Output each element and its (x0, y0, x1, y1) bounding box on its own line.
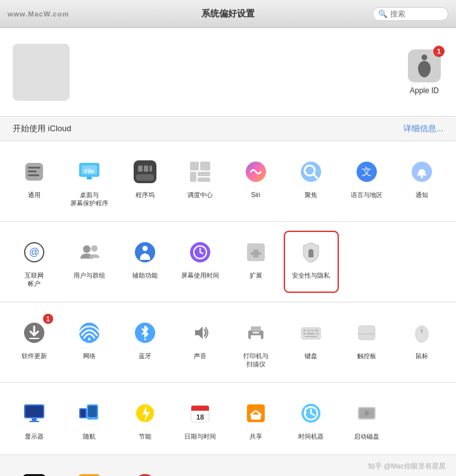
security-label: 安全性与隐私 (292, 271, 330, 280)
users-icon (73, 236, 106, 269)
svg-rect-16 (198, 172, 210, 176)
pref-item-mouse[interactable]: 鼠标 (396, 312, 449, 372)
trackpad-label: 触控板 (357, 352, 376, 360)
icloud-bar: 开始使用 iCloud 详细信息... (0, 117, 456, 141)
pref-item-sidecar[interactable]: 随航 (63, 393, 117, 444)
prefs-grid-1: 通用File桌面与 屏幕保护程序程序坞调度中心Siri聚焦文语言与地区通知 (8, 151, 448, 211)
pref-item-keyboard[interactable]: 键盘 (285, 312, 338, 372)
pref-item-dock[interactable]: 程序坞 (118, 151, 172, 211)
datetime-icon: 18 (184, 397, 217, 430)
apple-id-section: 1 Apple ID (0, 28, 456, 117)
pref-item-network[interactable]: 网络 (63, 312, 117, 372)
svg-point-29 (91, 245, 98, 252)
datetime-label: 日期与时间 (184, 432, 216, 441)
pref-item-spotlight[interactable]: 聚焦 (285, 151, 338, 211)
siri-label: Siri (251, 191, 260, 199)
print-label: 打印机与 扫描仪 (243, 352, 269, 368)
svg-rect-66 (25, 406, 43, 417)
keyboard-label: 键盘 (305, 352, 317, 360)
pref-item-startup[interactable]: 启动磁盘 (340, 393, 393, 444)
pref-item-display[interactable]: 显示器 (8, 393, 61, 444)
pref-item-energy[interactable]: 节能 (118, 393, 172, 444)
pref-item-updates[interactable]: 1软件更新 (8, 312, 61, 372)
startup-label: 启动磁盘 (354, 432, 379, 441)
pref-item-sharing[interactable]: 共享 (229, 393, 282, 444)
icloud-details-link[interactable]: 详细信息... (403, 123, 443, 134)
apple-id-label: Apple ID (410, 86, 439, 95)
display-icon (18, 397, 51, 430)
pref-item-screentime[interactable]: 屏幕使用时间 (174, 232, 227, 292)
pref-item-access[interactable]: 辅助功能 (118, 232, 172, 292)
search-box[interactable]: 🔍 (372, 7, 448, 21)
prefs-grid-3: 1软件更新网络蓝牙声音打印机与 扫描仪键盘触控板鼠标 (8, 312, 448, 372)
general-icon (18, 155, 51, 188)
pref-item-language[interactable]: 文语言与地区 (340, 151, 393, 211)
prefs-section-1: 通用File桌面与 屏幕保护程序程序坞调度中心Siri聚焦文语言与地区通知 (0, 141, 456, 222)
svg-rect-10 (138, 165, 142, 172)
sound-icon (184, 316, 217, 349)
pref-item-trackpad[interactable]: 触控板 (340, 312, 393, 372)
watermark: www.MacW.com (8, 10, 69, 18)
pref-item-general[interactable]: 通用 (8, 151, 61, 211)
svg-text:File: File (84, 168, 94, 174)
pref-item-bluetooth[interactable]: 蓝牙 (118, 312, 172, 372)
sidecar-icon (73, 397, 106, 430)
svg-rect-48 (251, 335, 261, 340)
pref-item-timemachine[interactable]: 时间机器 (285, 393, 338, 444)
desktop-icon: File (73, 155, 106, 188)
svg-rect-52 (303, 330, 306, 331)
prefs-section-3: 1软件更新网络蓝牙声音打印机与 扫描仪键盘触控板鼠标 (0, 302, 456, 383)
extensions-label: 扩展 (250, 271, 262, 280)
svg-rect-12 (149, 165, 152, 172)
access-label: 辅助功能 (132, 271, 158, 280)
svg-point-28 (83, 245, 91, 253)
search-input[interactable] (390, 10, 444, 18)
pref-item-security[interactable]: 安全性与隐私 (285, 232, 338, 292)
pref-item-print[interactable]: 打印机与 扫描仪 (229, 312, 282, 372)
svg-rect-57 (307, 333, 315, 335)
pref-item-users[interactable]: 用户与群组 (63, 232, 117, 292)
pref-item-java[interactable]: ☕Java (63, 465, 117, 476)
prefs-grid-2: @互联网 帐户用户与群组辅助功能屏幕使用时间扩展安全性与隐私 (8, 232, 448, 292)
keyboard-icon (294, 316, 327, 349)
updates-label: 软件更新 (22, 352, 47, 360)
apple-id-icon-wrap: 1 (408, 49, 441, 82)
svg-point-25 (421, 176, 423, 178)
screentime-icon (184, 236, 217, 269)
pref-item-mission[interactable]: 调度中心 (174, 151, 227, 211)
language-icon: 文 (350, 155, 383, 188)
trackpad-icon (350, 316, 383, 349)
users-label: 用户与群组 (73, 271, 105, 280)
general-label: 通用 (28, 191, 41, 199)
sidecar-label: 随航 (83, 432, 96, 441)
pref-item-ntfs[interactable]: TTuxera NTFS (118, 465, 172, 476)
pref-item-lut[interactable]: LUTLUT Utility (8, 465, 61, 476)
pref-item-desktop[interactable]: File桌面与 屏幕保护程序 (63, 151, 117, 211)
internet-label: 互联网 帐户 (25, 271, 44, 288)
svg-rect-13 (190, 162, 199, 170)
pref-item-internet[interactable]: @互联网 帐户 (8, 232, 61, 292)
svg-rect-14 (200, 162, 210, 170)
dock-label: 程序坞 (136, 191, 155, 199)
pref-item-siri[interactable]: Siri (229, 151, 282, 211)
svg-rect-58 (316, 333, 319, 335)
timemachine-label: 时间机器 (298, 432, 324, 441)
pref-item-sound[interactable]: 声音 (174, 312, 227, 372)
svg-rect-68 (29, 421, 39, 422)
pref-item-datetime[interactable]: 18日期与时间 (174, 393, 227, 444)
pref-item-extensions[interactable]: 扩展 (229, 232, 282, 292)
energy-label: 节能 (139, 432, 151, 441)
svg-rect-76 (191, 408, 209, 411)
apple-id-button[interactable]: 1 Apple ID (408, 49, 441, 95)
security-icon (294, 236, 327, 269)
bottom-watermark: 知乎 @Mac你眼里有星星 (368, 461, 446, 471)
svg-point-44 (88, 338, 91, 340)
notif-label: 通知 (415, 191, 428, 199)
search-icon: 🔍 (378, 10, 388, 18)
print-icon (239, 316, 272, 349)
access-icon (129, 236, 162, 269)
mission-label: 调度中心 (187, 191, 213, 199)
pref-item-notif[interactable]: 通知 (396, 151, 449, 211)
network-label: 网络 (83, 352, 96, 360)
svg-rect-53 (307, 330, 310, 331)
